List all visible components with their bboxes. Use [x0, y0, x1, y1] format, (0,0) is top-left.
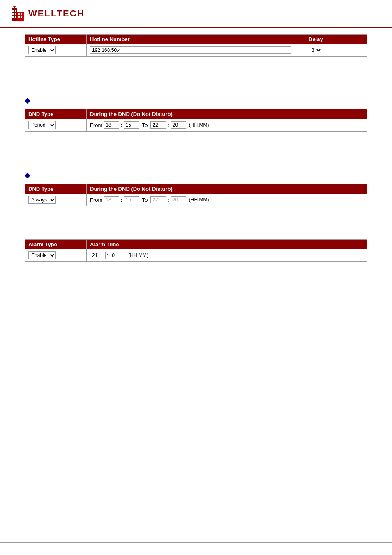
dnd1-time-range: From : To : (HH:MM) [90, 121, 209, 129]
dnd2-time-range: From : To : (HH:MM) [90, 196, 209, 204]
alarm-table: Alarm Type Alarm Time Enable Disable [25, 239, 367, 262]
alarm-mm-input[interactable] [110, 252, 125, 259]
logo: WELLTECH [8, 4, 85, 23]
alarm-time-content: : (HH:MM) [90, 252, 148, 259]
dnd1-from-label: From [90, 122, 102, 128]
svg-rect-6 [12, 16, 14, 18]
svg-rect-3 [15, 10, 16, 12]
dnd1-type-cell: Always Period Disable [25, 119, 87, 131]
bullet-1: ◆ [25, 96, 367, 105]
hotline-number-input[interactable] [90, 46, 291, 54]
hotline-header-row: Hotline Type Hotline Number Delay [25, 35, 367, 44]
main-content: Hotline Type Hotline Number Delay Enable… [0, 28, 392, 276]
alarm-type-cell: Enable Disable [25, 249, 87, 261]
dnd2-type-cell: Always Period Disable [25, 194, 87, 206]
alarm-hh-input[interactable] [90, 252, 106, 259]
hotline-delay-select[interactable]: 12345 [309, 46, 322, 54]
alarm-empty-cell [305, 249, 367, 261]
footer-line [0, 542, 392, 543]
alarm-time-header: Alarm Time [87, 240, 305, 249]
svg-rect-7 [15, 16, 16, 18]
dnd2-from-mm-input[interactable] [124, 196, 139, 204]
dnd2-header-row: DND Type During the DND (Do Not Disturb) [25, 184, 367, 194]
dnd2-to-mm-input[interactable] [171, 196, 186, 204]
svg-rect-5 [15, 13, 16, 15]
dnd1-to-hh-input[interactable] [150, 121, 166, 129]
dnd2-to-label: To [142, 197, 148, 203]
dnd2-type-select[interactable]: Always Period Disable [28, 196, 56, 204]
dnd1-during-header: During the DND (Do Not Disturb) [87, 109, 305, 119]
dnd2-colon-1: : [120, 197, 122, 203]
alarm-type-header: Alarm Type [25, 240, 87, 249]
alarm-data-row: Enable Disable : (HH:MM) [25, 249, 367, 261]
dnd1-colon-1: : [120, 122, 122, 128]
bullet-2: ◆ [25, 171, 367, 180]
dnd1-colon-2: : [167, 122, 169, 128]
dnd1-empty-cell [305, 119, 367, 131]
dnd2-section: DND Type During the DND (Do Not Disturb)… [25, 184, 367, 206]
header: WELLTECH [0, 0, 392, 28]
hotline-number-header: Hotline Number [87, 35, 305, 44]
dnd2-data-row: Always Period Disable From : To [25, 194, 367, 206]
dnd1-type-select[interactable]: Always Period Disable [28, 121, 56, 129]
dnd1-to-mm-input[interactable] [171, 121, 186, 129]
dnd2-empty-cell [305, 194, 367, 206]
dnd1-empty-header [305, 109, 367, 119]
dnd2-empty-header [305, 184, 367, 194]
hotline-table: Hotline Type Hotline Number Delay Enable… [25, 34, 367, 57]
svg-rect-2 [12, 10, 14, 12]
svg-rect-8 [18, 13, 20, 15]
alarm-type-select[interactable]: Enable Disable [28, 251, 56, 259]
dnd2-during-cell: From : To : (HH:MM) [87, 194, 305, 206]
alarm-colon: : [107, 252, 108, 259]
dnd1-hhmm-label: (HH:MM) [189, 122, 209, 128]
dnd1-table: DND Type During the DND (Do Not Disturb)… [25, 109, 367, 132]
dnd2-hhmm-label: (HH:MM) [189, 197, 209, 203]
dnd2-colon-2: : [167, 197, 169, 203]
alarm-time-cell: : (HH:MM) [87, 249, 305, 261]
hotline-type-header: Hotline Type [25, 35, 87, 44]
hotline-section: Hotline Type Hotline Number Delay Enable… [25, 34, 367, 57]
hotline-delay-header: Delay [305, 35, 367, 44]
dnd1-section: DND Type During the DND (Do Not Disturb)… [25, 109, 367, 132]
dnd2-to-hh-input[interactable] [150, 196, 166, 204]
dnd2-from-label: From [90, 197, 102, 203]
hotline-data-row: Enable Disable 12345 [25, 44, 367, 56]
alarm-section: Alarm Type Alarm Time Enable Disable [25, 239, 367, 262]
dnd2-type-header: DND Type [25, 184, 87, 194]
dnd1-during-cell: From : To : (HH:MM) [87, 119, 305, 131]
dnd1-type-header: DND Type [25, 109, 87, 119]
dnd1-header-row: DND Type During the DND (Do Not Disturb) [25, 109, 367, 119]
svg-rect-4 [12, 13, 14, 15]
dnd1-to-label: To [142, 122, 148, 128]
hotline-type-select[interactable]: Enable Disable [28, 46, 56, 54]
dnd1-from-hh-input[interactable] [104, 121, 119, 129]
svg-rect-1 [17, 12, 24, 21]
svg-rect-10 [18, 16, 20, 18]
dnd1-data-row: Always Period Disable From : To [25, 119, 367, 131]
hotline-delay-cell: 12345 [305, 44, 367, 56]
alarm-empty-header [305, 240, 367, 249]
alarm-header-row: Alarm Type Alarm Time [25, 240, 367, 249]
hotline-type-cell: Enable Disable [25, 44, 87, 56]
svg-rect-11 [21, 16, 22, 18]
logo-icon [8, 4, 27, 23]
logo-text: WELLTECH [28, 8, 85, 19]
svg-rect-9 [21, 13, 22, 15]
dnd2-during-header: During the DND (Do Not Disturb) [87, 184, 305, 194]
dnd1-from-mm-input[interactable] [124, 121, 139, 129]
dnd2-table: DND Type During the DND (Do Not Disturb)… [25, 184, 367, 206]
hotline-number-cell [87, 44, 305, 56]
alarm-hhmm-label: (HH:MM) [128, 252, 148, 258]
dnd2-from-hh-input[interactable] [104, 196, 119, 204]
